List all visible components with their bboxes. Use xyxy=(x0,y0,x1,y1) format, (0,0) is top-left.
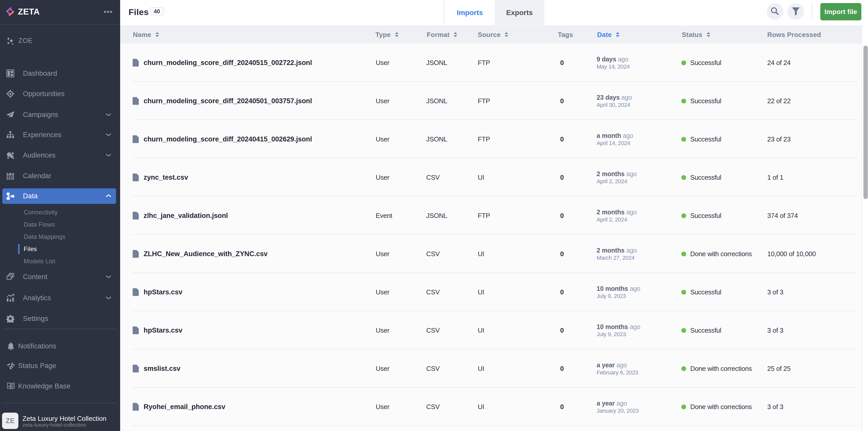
svg-text:A: A xyxy=(8,384,11,388)
